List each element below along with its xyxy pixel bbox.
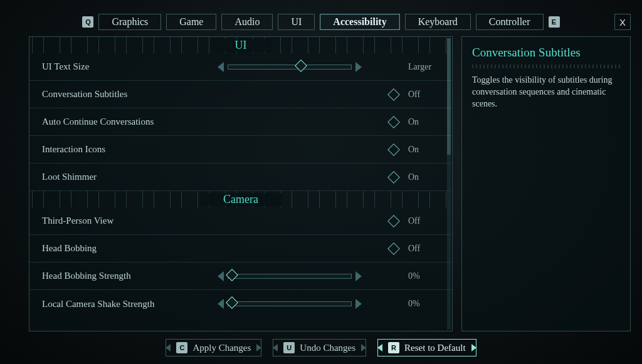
setting-value: Off (408, 90, 439, 100)
reset-label: Reset to Default (404, 343, 465, 353)
slider-left-arrow-icon[interactable] (218, 62, 224, 72)
setting-control: On (218, 117, 439, 127)
info-panel: Conversation Subtitles Toggles the visib… (461, 36, 631, 331)
slider-right-arrow-icon[interactable] (355, 62, 362, 72)
setting-value: 0% (408, 299, 439, 309)
setting-control: On (218, 145, 439, 155)
reset-default-button[interactable]: R Reset to Default (377, 339, 476, 356)
setting-value: Off (408, 216, 439, 226)
tab-accessibility[interactable]: Accessibility (320, 14, 399, 30)
diamond-icon[interactable] (387, 215, 400, 227)
slider-thumb-icon[interactable] (226, 269, 238, 281)
close-button[interactable]: X (614, 14, 631, 30)
setting-value: On (408, 145, 439, 155)
setting-row[interactable]: Local Camera Shake Strength0% (29, 290, 452, 318)
tab-controller[interactable]: Controller (476, 14, 544, 30)
reset-key-badge: R (388, 342, 399, 353)
undo-changes-button[interactable]: U Undo Changes (273, 339, 366, 356)
setting-label: Conversation Subtitles (42, 89, 218, 100)
undo-label: Undo Changes (300, 343, 355, 353)
apply-changes-button[interactable]: C Apply Changes (166, 339, 261, 356)
setting-control: 0% (218, 299, 439, 309)
setting-label: Local Camera Shake Strength (42, 299, 218, 309)
info-title: Conversation Subtitles (472, 46, 620, 60)
tab-graphics[interactable]: Graphics (98, 14, 161, 30)
tab-game[interactable]: Game (166, 14, 216, 30)
slider[interactable] (218, 271, 362, 281)
apply-key-badge: C (176, 342, 187, 353)
setting-row[interactable]: Loot ShimmerOn (29, 164, 452, 191)
setting-label: UI Text Size (42, 61, 218, 72)
slider-thumb-icon[interactable] (226, 296, 238, 309)
setting-control: Off (218, 244, 439, 254)
setting-row[interactable]: Third-Person ViewOff (29, 207, 452, 235)
section-header-ui: UI (29, 37, 452, 53)
setting-control: Off (218, 216, 439, 226)
scrollbar[interactable] (447, 38, 451, 330)
setting-value: Larger (408, 62, 439, 72)
slider-track[interactable] (228, 274, 352, 279)
info-divider (472, 65, 620, 68)
setting-label: Third-Person View (42, 216, 218, 226)
tab-audio[interactable]: Audio (221, 14, 273, 30)
setting-label: Interaction Icons (42, 144, 218, 155)
diamond-icon[interactable] (387, 143, 400, 156)
slider[interactable] (218, 62, 362, 72)
diamond-icon[interactable] (387, 116, 400, 128)
footer-actions: C Apply Changes U Undo Changes R Reset t… (0, 339, 642, 356)
setting-control: Off (218, 90, 439, 100)
tab-ui[interactable]: UI (278, 14, 315, 30)
next-tab-key: E (549, 16, 560, 28)
setting-control: On (218, 172, 439, 182)
setting-value: Off (408, 244, 439, 254)
setting-row[interactable]: Head BobbingOff (29, 235, 452, 263)
setting-row[interactable]: UI Text SizeLarger (29, 53, 452, 81)
slider-thumb-icon[interactable] (295, 60, 307, 72)
setting-label: Loot Shimmer (42, 172, 218, 182)
setting-label: Head Bobbing (42, 243, 218, 254)
setting-value: On (408, 117, 439, 127)
slider-track[interactable] (228, 301, 352, 306)
setting-row[interactable]: Interaction IconsOn (29, 136, 452, 164)
slider-left-arrow-icon[interactable] (218, 271, 224, 281)
prev-tab-key: Q (82, 16, 93, 28)
undo-key-badge: U (283, 342, 295, 353)
slider-right-arrow-icon[interactable] (355, 271, 362, 281)
slider-track[interactable] (228, 65, 352, 70)
settings-panel: UIUI Text SizeLargerConversation Subtitl… (29, 36, 453, 331)
setting-row[interactable]: Conversation SubtitlesOff (29, 81, 452, 108)
slider[interactable] (218, 299, 362, 309)
settings-scroll[interactable]: UIUI Text SizeLargerConversation Subtitl… (29, 37, 452, 331)
setting-value: 0% (408, 271, 439, 281)
main-panels: UIUI Text SizeLargerConversation Subtitl… (29, 36, 631, 331)
slider-right-arrow-icon[interactable] (355, 299, 362, 309)
setting-label: Head Bobbing Strength (42, 271, 218, 281)
setting-control: Larger (218, 62, 439, 72)
setting-row[interactable]: Head Bobbing Strength0% (29, 263, 452, 290)
setting-control: 0% (218, 271, 439, 281)
info-body: Toggles the visibility of subtitles duri… (472, 75, 620, 110)
section-header-camera: Camera (29, 191, 452, 207)
setting-value: On (408, 172, 439, 182)
diamond-icon[interactable] (387, 88, 400, 101)
setting-label: Auto Continue Conversations (42, 117, 218, 127)
slider-left-arrow-icon[interactable] (218, 299, 224, 309)
tab-keyboard[interactable]: Keyboard (405, 14, 471, 30)
setting-row[interactable]: Auto Continue ConversationsOn (29, 108, 452, 136)
apply-label: Apply Changes (192, 343, 251, 353)
diamond-icon[interactable] (387, 242, 400, 255)
diamond-icon[interactable] (387, 171, 400, 184)
top-tab-bar: Q GraphicsGameAudioUIAccessibilityKeyboa… (0, 14, 642, 30)
